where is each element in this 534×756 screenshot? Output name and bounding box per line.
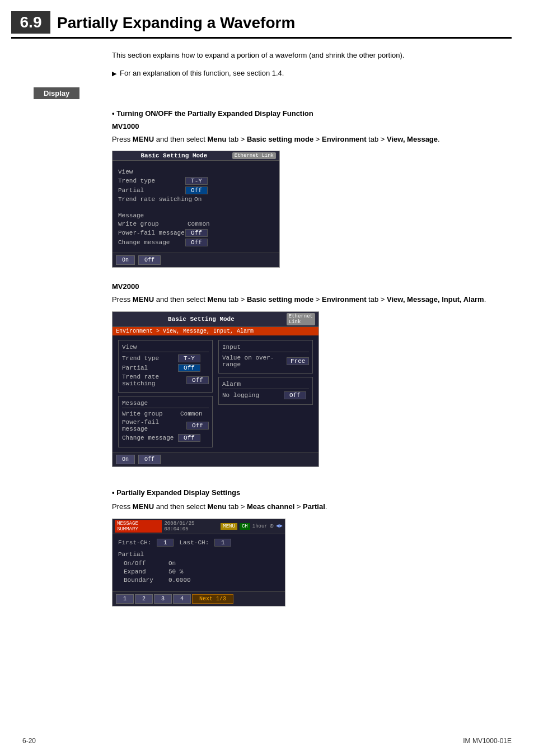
intro-text: This section explains how to expand a po… [112,50,512,61]
mv2000-ethernet-badge: EthernetLink [287,313,315,325]
display-label: Display [34,87,79,99]
mv2000-row-change-msg: Change message Off [122,434,209,442]
mv2000-btn-on[interactable]: On [116,455,135,464]
mv2000-message-title: Message [122,400,209,408]
last-ch-value: 1 [214,539,231,547]
mv1000-screen: Basic Setting Mode Ethernet Link View Tr… [112,151,280,268]
mv1000-row-write-group: Write group Common [118,221,274,227]
meas-tab-4[interactable]: 4 [173,594,191,604]
page-footer: 6-20 IM MV1000-01E [22,737,512,745]
boundary-value: 0.0000 [168,577,191,584]
message-summary-label: MESSAGE SUMMARY [115,520,162,533]
mv1000-btn-on[interactable]: On [116,255,135,265]
mv1000-screen-body: View Trend type T-Y Partial Off Trend ra… [113,161,279,253]
mv1000-label: MV1000 [112,122,512,130]
mv2000-screen-footer: On Off [113,452,318,466]
mv1000-row-partial: Partial Off [118,186,274,194]
section-turning-on-off: Turning ON/OFF the Partially Expanded Di… [112,109,512,477]
mv2000-input-title: Input [222,344,309,352]
partial-row-expand: Expand 50 % [118,568,279,575]
partial-row-on-off: On/Off On [118,560,279,567]
intro-note: For an explanation of this function, see… [112,69,512,77]
on-off-value: On [168,560,176,567]
mv1000-row-power-fail: Power-fail message Off [118,229,274,237]
chapter-number: 6.9 [11,11,50,34]
mv2000-col-left: View Trend type T-Y Partial Off Trend ra… [118,340,213,447]
mv2000-btn-off[interactable]: Off [138,455,161,464]
chapter-title: Partially Expanding a Waveform [57,11,295,32]
meas-body: First-CH: 1 Last-CH: 1 Partial On/Off On… [113,534,285,591]
mv1000-block: MV1000 Press MENU and then select Menu t… [112,122,512,277]
mv2000-block: MV2000 Press MENU and then select Menu t… [112,282,512,476]
mv1000-view-label: View [118,169,274,175]
expand-value: 50 % [168,568,183,575]
section1-title: Turning ON/OFF the Partially Expanded Di… [112,109,512,118]
mv2000-row-trend-rate: Trend rate switching Off [122,374,209,387]
mv2000-row-trend-type: Trend type T-Y [122,354,209,362]
mv1000-btn-off[interactable]: Off [138,255,161,265]
meas-tab-3[interactable]: 3 [154,594,172,604]
partial-section-title: Partial [118,551,279,558]
mv2000-screen-body: View Trend type T-Y Partial Off Trend ra… [113,335,318,452]
mv1000-screen-title: Basic Setting Mode [116,152,232,159]
mv2000-row-write-group: Write group Common [122,410,209,417]
mv1000-row-trend-rate: Trend rate switching On [118,196,274,203]
mv1000-screen-footer: On Off [113,253,279,267]
interval-label: 1hour [252,524,268,529]
partial-section: Partial On/Off On Expand 50 % Boundary 0… [118,551,279,584]
mv2000-view-title: View [122,344,209,352]
footer-page-number: 6-20 [22,737,36,745]
mv2000-row-over-range: Value on over-range Free [222,354,309,368]
datetime-label: 2008/01/25 03:04:05 [164,521,218,532]
mv2000-label: MV2000 [112,282,512,291]
ch-tab-label[interactable]: CH [240,523,250,530]
meas-tab-next[interactable]: Next 1/3 [192,594,233,604]
meas-ch-row: First-CH: 1 Last-CH: 1 [118,539,279,547]
mv1000-message-label: Message [118,212,274,219]
partial-row-boundary: Boundary 0.0000 [118,577,279,584]
mv2000-screen: Basic Setting Mode EthernetLink Environm… [112,311,319,467]
meas-top-bar: MESSAGE SUMMARY 2008/01/25 03:04:05 MENU… [113,519,285,534]
mv2000-col-right: Input Value on over-range Free Alarm No … [218,340,313,447]
on-off-label: On/Off [124,560,168,567]
mv1000-row-trend-type: Trend type T-Y [118,177,274,185]
mv1000-screen-header: Basic Setting Mode Ethernet Link [113,151,279,161]
section2-instruction: Press MENU and then select Menu tab > Me… [112,501,512,513]
mv2000-row-no-logging: No logging Off [222,391,309,399]
expand-label: Expand [124,568,168,575]
section2-title: Partially Expanded Display Settings [112,488,512,497]
mv1000-row-change-msg: Change message Off [118,239,274,246]
mv1000-instruction: Press MENU and then select Menu tab > Ba… [112,134,512,146]
menu-tab-label[interactable]: MENU [221,523,237,530]
page-container: 6.9 Partially Expanding a Waveform This … [0,0,534,756]
mv2000-row-power-fail: Power-fail message Off [122,419,209,432]
mv2000-screen-title: Basic Setting Mode [116,316,287,323]
meas-tab-2[interactable]: 2 [135,594,153,604]
meas-tab-1[interactable]: 1 [116,594,134,604]
boundary-label: Boundary [124,577,168,584]
wifi-icon: ◄► [276,523,283,529]
settings-icon: ⊙ [270,522,274,530]
meas-channel-screen: MESSAGE SUMMARY 2008/01/25 03:04:05 MENU… [112,519,285,606]
mv2000-row-partial: Partial Off [122,364,209,372]
mv2000-env-bar: Environment > View, Message, Input, Alar… [113,327,318,335]
mv2000-screen-header: Basic Setting Mode EthernetLink [113,312,318,327]
chapter-header: 6.9 Partially Expanding a Waveform [11,11,512,39]
mv2000-instruction: Press MENU and then select Menu tab > Ba… [112,294,512,306]
first-ch-label: First-CH: [118,539,151,546]
footer-doc-number: IM MV1000-01E [463,737,512,745]
mv2000-alarm-title: Alarm [222,381,309,389]
meas-tabs: 1 2 3 4 Next 1/3 [113,591,285,606]
last-ch-label: Last-CH: [179,539,209,546]
section-partial-settings: Partially Expanded Display Settings Pres… [112,488,512,615]
mv1000-ethernet-badge: Ethernet Link [232,152,276,159]
first-ch-value: 1 [157,539,174,547]
